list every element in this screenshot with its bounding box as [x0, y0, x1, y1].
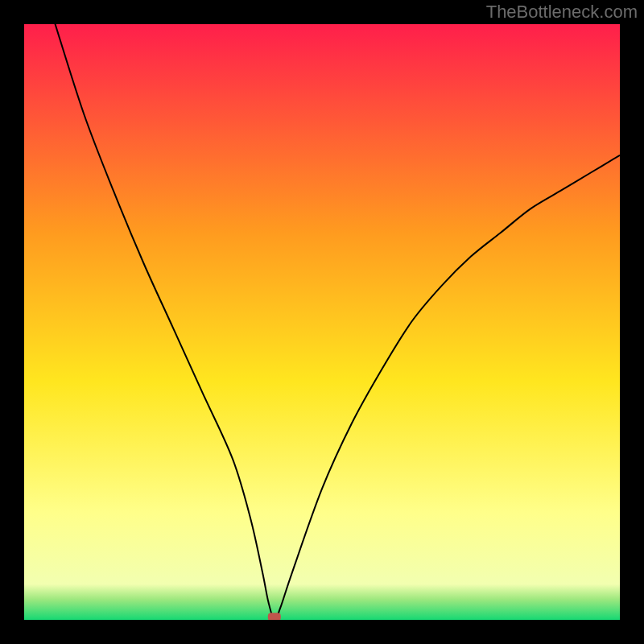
minimum-marker: [268, 613, 281, 620]
chart-plot-area: [24, 24, 620, 620]
chart-frame: TheBottleneck.com: [0, 0, 644, 644]
chart-svg: [24, 24, 620, 620]
watermark-text: TheBottleneck.com: [486, 2, 638, 23]
chart-background: [24, 24, 620, 620]
